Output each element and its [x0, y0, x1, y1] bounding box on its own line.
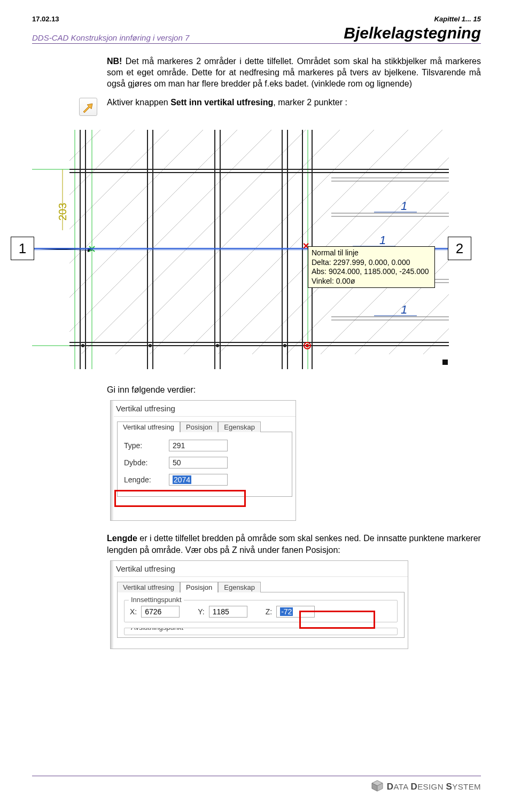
- length-word: Lengde: [107, 534, 137, 543]
- svg-point-35: [81, 344, 84, 347]
- intro-text: Det må markeres 2 områder i dette tilfel…: [107, 57, 481, 88]
- arrow-tool-icon: [82, 100, 95, 113]
- intro-paragraph: NB! Det må markeres 2 områder i dette ti…: [107, 56, 481, 89]
- svg-point-37: [216, 344, 219, 347]
- tooltip-line-3: Abs: 9024.000, 1185.000, -245.000: [312, 267, 431, 277]
- y-label: Y:: [198, 607, 204, 616]
- values-subhead: Gi inn følgende verdier:: [107, 385, 481, 395]
- tab-vertical-milling[interactable]: Vertikal utfresing: [117, 421, 180, 432]
- cube-icon: [371, 779, 384, 794]
- tab2-position[interactable]: Posisjon: [180, 582, 218, 592]
- tab-position[interactable]: Posisjon: [180, 421, 218, 432]
- length-label: Lengde:: [124, 475, 161, 484]
- nb-prefix: NB!: [107, 57, 122, 66]
- svg-text:1: 1: [401, 199, 407, 213]
- dialog-position: Vertikal utfresing Vertikal utfresing Po…: [110, 560, 408, 649]
- highlight-length: [114, 490, 246, 507]
- svg-rect-0: [69, 130, 449, 354]
- type-input[interactable]: 291: [169, 440, 228, 451]
- dialog1-title: Vertikal utfresing: [111, 401, 296, 417]
- svg-point-38: [283, 344, 286, 347]
- group-end-point: Avslutningspunkt: [129, 628, 185, 631]
- brand-logo: DATA DESIGN SYSTEM: [371, 779, 481, 794]
- svg-point-45: [306, 345, 308, 347]
- svg-text:1: 1: [379, 233, 386, 247]
- tooltip-line-1: Normal til linje: [312, 248, 431, 258]
- tab2-properties[interactable]: Egenskap: [218, 582, 261, 592]
- length-input[interactable]: 2074: [169, 474, 228, 486]
- x-input[interactable]: 6726: [141, 606, 180, 618]
- caption-bold: Sett inn vertikal utfresing: [170, 98, 273, 107]
- page-date: 17.02.13: [32, 15, 59, 23]
- snap-tooltip: Normal til linje Delta: 2297.999, 0.000,…: [308, 246, 435, 288]
- action-caption: Aktiver knappen Sett inn vertikal utfres…: [107, 98, 347, 107]
- tab2-vertical-milling[interactable]: Vertikal utfresing: [117, 582, 180, 592]
- marker-1: 1: [11, 237, 34, 260]
- svg-text:1: 1: [401, 303, 407, 316]
- depth-label: Dybde:: [124, 458, 161, 467]
- chapter-label: Kapittel 1... 15: [434, 15, 481, 23]
- z-label: Z:: [266, 607, 272, 616]
- type-label: Type:: [124, 441, 161, 450]
- group-insertion-point: Innsettingspunkt: [129, 596, 184, 604]
- caption-pre: Aktiver knappen: [107, 98, 170, 107]
- z-value-selected: -72: [280, 607, 293, 616]
- brand-text: DATA DESIGN SYSTEM: [387, 782, 481, 792]
- tooltip-line-4: Vinkel: 0.00ø: [312, 277, 431, 286]
- highlight-z: [299, 611, 375, 629]
- length-explain-rest: er i dette tilfellet bredden på område s…: [107, 534, 481, 555]
- caption-post: , marker 2 punkter :: [273, 98, 347, 107]
- x-label: X:: [130, 607, 137, 616]
- svg-rect-46: [442, 360, 448, 365]
- svg-point-36: [149, 344, 152, 347]
- tab-properties[interactable]: Egenskap: [218, 421, 261, 432]
- vertical-milling-icon[interactable]: [79, 98, 97, 116]
- y-input[interactable]: 1185: [209, 606, 247, 618]
- document-subtitle: DDS-CAD Konstruksjon innføring i versjon…: [32, 33, 189, 42]
- marker-2: 2: [448, 237, 471, 260]
- tooltip-line-2: Delta: 2297.999, 0.000, 0.000: [312, 258, 431, 268]
- page-title: Bjelkelagstegning: [344, 24, 481, 42]
- length-value-selected: 2074: [173, 475, 191, 484]
- dialog2-title: Vertikal utfresing: [111, 561, 408, 577]
- depth-input[interactable]: 50: [169, 457, 228, 469]
- length-explain: Lengde er i dette tilfellet bredden på o…: [107, 533, 481, 556]
